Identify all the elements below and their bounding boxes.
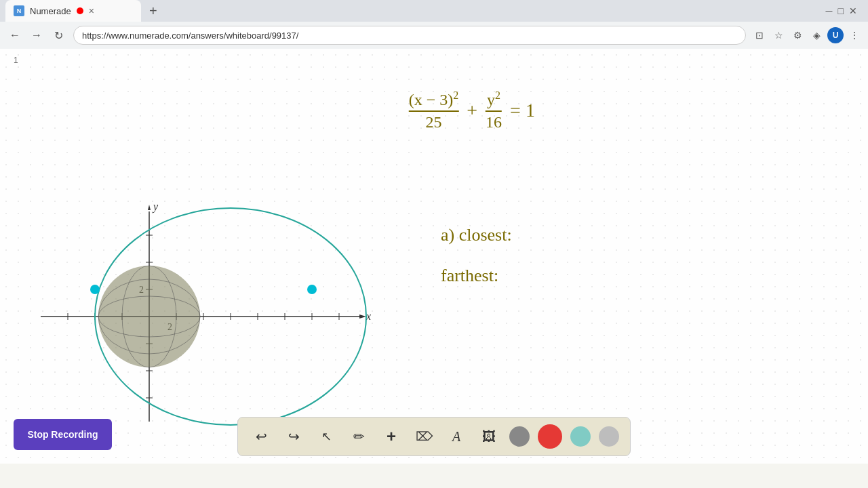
- text-button[interactable]: A: [444, 424, 469, 449]
- user-avatar[interactable]: U: [827, 27, 844, 43]
- page-number: 1: [14, 56, 18, 65]
- numerator-2: y2: [487, 89, 500, 110]
- menu-icon[interactable]: ⋮: [846, 27, 863, 43]
- closest-label: a) closest:: [441, 225, 512, 245]
- extension1-icon[interactable]: ⚙: [789, 27, 806, 43]
- page-number-label: 1: [14, 56, 18, 65]
- cast-icon[interactable]: ⊡: [751, 27, 768, 43]
- equals-one: = 1: [510, 100, 535, 121]
- coordinate-graph: x y 2 2: [20, 205, 373, 428]
- refresh-button[interactable]: ↻: [49, 26, 68, 45]
- undo-icon: ↩: [256, 428, 267, 445]
- image-icon: 🖼: [482, 429, 496, 445]
- browser-chrome: N Numerade × + ─ □ ✕ ← → ↻ https://www.n…: [0, 0, 868, 49]
- maximize-button[interactable]: □: [838, 5, 844, 16]
- plus-sign: +: [467, 100, 477, 121]
- plus-icon: +: [387, 427, 396, 446]
- recording-indicator: [77, 7, 83, 14]
- back-button[interactable]: ←: [5, 26, 24, 45]
- svg-point-33: [307, 285, 317, 294]
- numerator-1: (x − 3)2: [409, 89, 459, 110]
- svg-marker-2: [359, 314, 366, 319]
- toolbar-container: ↩ ↪ ↖ ✏ + ⌦ A 🖼: [237, 417, 631, 456]
- text-icon: A: [452, 429, 460, 445]
- nav-icons: ⊡ ☆ ⚙ ◈ U ⋮: [751, 27, 863, 43]
- svg-point-32: [90, 285, 100, 294]
- text-area: a) closest: farthest:: [441, 225, 512, 306]
- stop-recording-button[interactable]: Stop Recording: [14, 419, 112, 450]
- select-button[interactable]: ↖: [314, 424, 338, 449]
- fraction-1: (x − 3)2 25: [409, 89, 459, 131]
- tab-favicon: N: [14, 5, 24, 16]
- fraction-2: y2 16: [486, 89, 502, 131]
- pencil-icon: ✏: [353, 428, 365, 445]
- bookmark-icon[interactable]: ☆: [770, 27, 787, 43]
- redo-icon: ↪: [288, 428, 300, 445]
- minimize-button[interactable]: ─: [826, 5, 833, 16]
- pencil-button[interactable]: ✏: [347, 424, 371, 449]
- farthest-label: farthest:: [441, 266, 512, 286]
- redo-button[interactable]: ↪: [281, 424, 306, 449]
- color-lightgray-button[interactable]: [599, 426, 619, 447]
- title-bar: N Numerade × + ─ □ ✕: [0, 0, 868, 22]
- tab-close-button[interactable]: ×: [89, 5, 94, 16]
- denominator-1: 25: [426, 112, 442, 131]
- svg-marker-3: [148, 205, 151, 210]
- math-formula: (x − 3)2 25 + y2 16 = 1: [409, 89, 535, 131]
- graph-area: x y 2 2: [20, 205, 373, 428]
- eraser-button[interactable]: ⌦: [412, 424, 436, 449]
- cursor-icon: ↖: [321, 429, 332, 444]
- address-bar[interactable]: https://www.numerade.com/answers/whitebo…: [73, 26, 746, 45]
- formula-area: (x − 3)2 25 + y2 16 = 1: [409, 89, 535, 131]
- close-button[interactable]: ✕: [849, 5, 857, 16]
- url-text: https://www.numerade.com/answers/whitebo…: [82, 30, 298, 41]
- undo-button[interactable]: ↩: [249, 424, 273, 449]
- tab-title: Numerade: [30, 6, 71, 16]
- new-tab-button[interactable]: +: [144, 3, 163, 19]
- extension2-icon[interactable]: ◈: [808, 27, 825, 43]
- denominator-2: 16: [486, 112, 502, 131]
- eraser-icon: ⌦: [416, 429, 433, 444]
- color-teal-button[interactable]: [570, 426, 591, 447]
- color-gray-button[interactable]: [509, 426, 530, 447]
- navigation-bar: ← → ↻ https://www.numerade.com/answers/w…: [0, 22, 868, 49]
- svg-text:y: y: [152, 205, 159, 213]
- active-tab[interactable]: N Numerade ×: [5, 0, 141, 22]
- add-button[interactable]: +: [379, 424, 403, 449]
- color-red-button[interactable]: [538, 424, 562, 449]
- bottom-toolbar: Stop Recording ↩ ↪ ↖ ✏ + ⌦ A: [0, 409, 868, 464]
- page-content: 1 (x − 3)2 25 + y2 16 = 1: [0, 49, 868, 464]
- image-button[interactable]: 🖼: [477, 424, 501, 449]
- forward-button[interactable]: →: [27, 26, 46, 45]
